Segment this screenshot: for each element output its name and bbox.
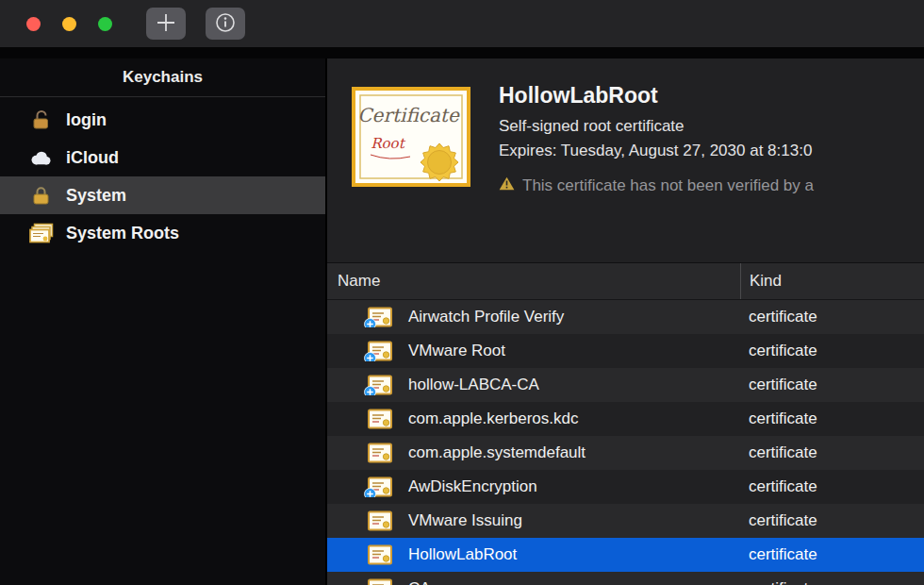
add-badge-icon (364, 386, 376, 395)
certificate-row[interactable]: VMware Root certificate (327, 334, 924, 368)
certificate-icon (368, 341, 392, 361)
certificate-name: VMware Root (408, 342, 505, 360)
plus-icon (156, 12, 176, 36)
certificate-warning-text: This certificate has not been verified b… (522, 176, 814, 195)
certificate-icon (368, 307, 392, 327)
sidebar-item-label: System (66, 186, 126, 206)
add-item-button[interactable] (146, 8, 186, 40)
cloud-icon (28, 149, 54, 167)
certificate-icon (368, 476, 392, 497)
certificate-name: hollow-LABCA-CA (408, 376, 539, 394)
sidebar-item-label: System Roots (66, 224, 179, 243)
certificate-name: com.apple.systemdefault (408, 443, 586, 462)
certificate-kind: certificate (740, 443, 924, 462)
certificate-subtitle: Self-signed root certificate (499, 116, 924, 137)
certificate-kind: certificate (740, 511, 924, 530)
certificate-expiry: Expires: Tuesday, August 27, 2030 at 8:1… (499, 141, 924, 161)
warning-icon (499, 176, 515, 195)
certificate-name: com.apple.kerberos.kdc (408, 410, 578, 428)
certificate-warning: This certificate has not been verified b… (499, 176, 924, 195)
sidebar-item-label: iCloud (66, 148, 119, 168)
certificate-name: VMware Issuing (408, 511, 522, 530)
certificate-title: HollowLabRoot (499, 81, 924, 109)
add-badge-icon (364, 352, 376, 361)
certificate-name: AwDiskEncryption (408, 477, 537, 496)
certificate-kind: certificate (740, 579, 924, 585)
locked-padlock-icon (28, 185, 54, 206)
certificate-kind: certificate (740, 410, 924, 428)
certificate-list: Airwatch Profile Verify certificate (327, 300, 924, 585)
keychains-sidebar: Keychains login (0, 58, 325, 585)
certificate-icon (368, 544, 392, 565)
certificate-row[interactable]: AwDiskEncryption certificate (327, 470, 924, 504)
certificate-kind: certificate (740, 342, 924, 360)
svg-text:Certificate: Certificate (357, 104, 460, 126)
certificate-row[interactable]: CA certificate (327, 572, 924, 585)
certificate-icon (368, 375, 392, 395)
column-header-name[interactable]: Name (327, 263, 740, 299)
main-panel: Certificate Root HollowLabRoot Self-sign… (325, 58, 924, 585)
unlocked-padlock-icon (28, 109, 54, 130)
root-certificate-icon: Certificate Root (352, 87, 470, 191)
minimize-button[interactable] (62, 17, 76, 31)
certificate-detail-header: Certificate Root HollowLabRoot Self-sign… (327, 58, 924, 262)
certificate-kind: certificate (740, 308, 924, 326)
sidebar-item-icloud[interactable]: iCloud (0, 139, 325, 176)
certificate-name: CA (408, 579, 431, 585)
certificate-row[interactable]: com.apple.systemdefault certificate (327, 436, 924, 470)
toolbar (0, 0, 924, 47)
add-badge-icon (364, 488, 376, 497)
add-badge-icon (364, 318, 376, 327)
zoom-button[interactable] (98, 17, 112, 31)
certificate-name: Airwatch Profile Verify (408, 308, 564, 326)
certificate-row[interactable]: Airwatch Profile Verify certificate (327, 300, 924, 334)
sidebar-item-label: login (66, 110, 107, 130)
certificate-icon (368, 409, 392, 429)
certificate-kind: certificate (740, 477, 924, 496)
certificate-icon (368, 578, 392, 585)
certificate-row[interactable]: HollowLabRoot certificate (327, 538, 924, 572)
certificate-row[interactable]: hollow-LABCA-CA certificate (327, 368, 924, 402)
traffic-lights (0, 17, 112, 31)
sidebar-item-system[interactable]: System (0, 176, 325, 214)
info-icon (215, 12, 236, 36)
sidebar-item-login[interactable]: login (0, 101, 325, 139)
close-button[interactable] (26, 17, 41, 31)
keychain-access-window: Keychains login (0, 0, 924, 585)
keychains-header: Keychains (0, 58, 325, 97)
sidebar-item-system-roots[interactable]: System Roots (0, 214, 325, 252)
svg-text:Root: Root (371, 135, 405, 152)
certificate-kind: certificate (740, 545, 924, 564)
certificate-stack-icon (28, 223, 54, 243)
certificate-name: HollowLabRoot (408, 545, 517, 564)
certificate-row[interactable]: VMware Issuing certificate (327, 504, 924, 538)
certificate-icon (368, 510, 392, 531)
certificate-kind: certificate (740, 376, 924, 394)
column-header-kind[interactable]: Kind (740, 263, 924, 299)
info-button[interactable] (206, 8, 245, 40)
window-divider (0, 47, 924, 58)
certificate-icon (368, 443, 392, 463)
certificate-row[interactable]: com.apple.kerberos.kdc certificate (327, 402, 924, 436)
table-header: Name Kind (327, 262, 924, 300)
